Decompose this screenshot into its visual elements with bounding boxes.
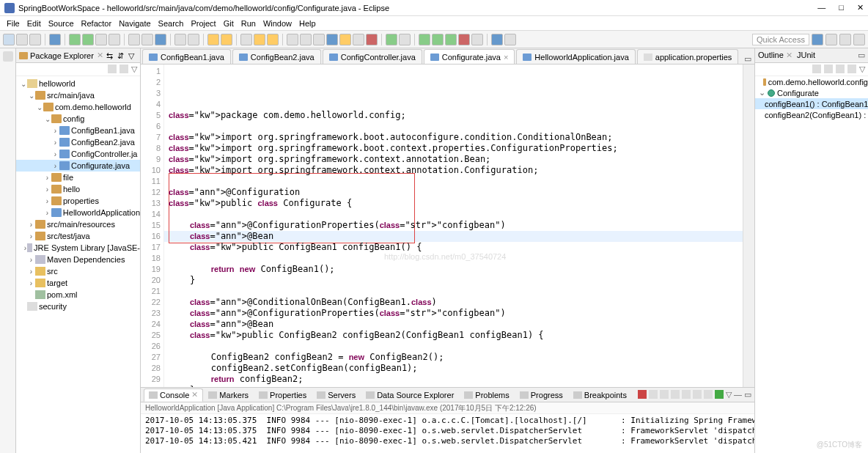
filter-icon[interactable] <box>108 65 117 73</box>
menu-help[interactable]: Help <box>295 19 320 28</box>
debug-server-button[interactable] <box>432 34 444 45</box>
tab-configbean1[interactable]: ConfigBean1.java <box>142 49 231 64</box>
tab-appproperties[interactable]: application.properties <box>637 49 739 64</box>
display-sel-icon[interactable] <box>704 390 713 399</box>
stop-server-button[interactable] <box>458 34 470 45</box>
git-merge-button[interactable] <box>366 34 378 45</box>
ext-tools-button[interactable] <box>108 34 120 45</box>
tree-src-main-res[interactable]: ›src/main/resources <box>16 218 140 230</box>
tree-file-cb2[interactable]: ›ConfigBean2.java <box>16 136 140 148</box>
collapse-all-icon[interactable]: ⇆ <box>106 51 115 60</box>
outline-menu-icon[interactable]: ▽ <box>859 65 865 74</box>
scroll-lock-icon[interactable] <box>682 390 691 399</box>
code-body[interactable]: class="kw">package com.demo.helloworld.c… <box>164 65 743 387</box>
min-bottom-icon[interactable]: — <box>734 390 742 399</box>
junit-tab[interactable]: JUnit <box>797 51 815 59</box>
git-push-button[interactable] <box>287 34 298 45</box>
menu-file[interactable]: File <box>3 19 23 28</box>
run-button[interactable] <box>82 34 94 45</box>
remove-all-icon[interactable] <box>660 390 669 399</box>
last-edit-button[interactable] <box>240 34 252 45</box>
quick-access-input[interactable]: Quick Access <box>752 34 809 45</box>
run-last-button[interactable] <box>386 34 397 45</box>
maximize-editor-icon[interactable]: ▭ <box>744 54 751 64</box>
tab-close-icon[interactable]: × <box>504 53 508 62</box>
project-tree[interactable]: ⌄helloworld ⌄src/main/java ⌄com.demo.hel… <box>16 76 140 453</box>
btab-problems[interactable]: Problems <box>459 388 514 402</box>
outline-pkg[interactable]: com.demo.helloworld.config <box>755 76 868 87</box>
outline-min-icon[interactable]: ▭ <box>858 51 865 60</box>
coverage-button[interactable] <box>95 34 107 45</box>
perspective-debug-button[interactable] <box>839 34 851 45</box>
profile-server-button[interactable] <box>445 34 457 45</box>
open-console-icon[interactable] <box>715 390 724 399</box>
btab-progress[interactable]: Progress <box>515 388 568 402</box>
tree-pkg-root[interactable]: ⌄com.demo.helloworld <box>16 101 140 113</box>
outline-tree[interactable]: com.demo.helloworld.config ⌄Configurate … <box>755 76 868 120</box>
tree-file-cfg[interactable]: ›Configurate.java <box>16 160 140 172</box>
tree-file-cc[interactable]: ›ConfigController.ja <box>16 148 140 160</box>
menu-search[interactable]: Search <box>155 19 188 28</box>
git-rebase-button[interactable] <box>353 34 364 45</box>
git-stash-button[interactable] <box>326 34 338 45</box>
toggle-mark-button[interactable] <box>188 34 199 45</box>
perspective-git-button[interactable] <box>853 34 865 45</box>
tree-src-main-java[interactable]: ⌄src/main/java <box>16 89 140 101</box>
terminate-icon[interactable] <box>638 390 647 399</box>
git-commit-button[interactable] <box>313 34 325 45</box>
tree-src[interactable]: ›src <box>16 265 140 277</box>
btab-breakpoints[interactable]: Breakpoints <box>568 388 632 402</box>
view-close-icon[interactable]: ⨯ <box>97 51 103 60</box>
btab-servers[interactable]: Servers <box>312 388 361 402</box>
max-bottom-icon[interactable]: ▭ <box>744 390 751 399</box>
pin-console-icon[interactable] <box>693 390 702 399</box>
tree-pkg-file[interactable]: ›file <box>16 172 140 183</box>
tree-project[interactable]: ⌄helloworld <box>16 78 140 89</box>
tree-pkg-hello[interactable]: ›hello <box>16 183 140 195</box>
editor-scrollbar[interactable] <box>743 65 754 387</box>
perspective-javaee-button[interactable] <box>825 34 837 45</box>
new-java-button[interactable] <box>128 34 140 45</box>
btab-dse[interactable]: Data Source Explorer <box>361 388 459 402</box>
focus-icon[interactable] <box>119 65 128 73</box>
tree-file-happ[interactable]: ›HelloworldApplication <box>16 207 140 218</box>
new-button[interactable] <box>3 34 15 45</box>
save-all-button[interactable] <box>29 34 41 45</box>
tab-helloworldapp[interactable]: HelloworldApplication.java <box>516 49 635 64</box>
tree-target[interactable]: ›target <box>16 277 140 289</box>
btab-markers[interactable]: Markers <box>203 388 254 402</box>
menu-git[interactable]: Git <box>220 19 238 28</box>
minimize-view-icon[interactable] <box>3 51 13 62</box>
back-button[interactable] <box>254 34 265 45</box>
hide-fields-icon[interactable] <box>824 65 833 73</box>
tree-pkg-config[interactable]: ⌄config <box>16 113 140 125</box>
menu-navigate[interactable]: Navigate <box>115 19 154 28</box>
hide-nonpublic-icon[interactable] <box>847 65 856 73</box>
menu-edit[interactable]: Edit <box>23 19 45 28</box>
tree-src-test[interactable]: ›src/test/java <box>16 230 140 242</box>
tree-maven[interactable]: ›Maven Dependencies <box>16 254 140 265</box>
tab-configurate[interactable]: Configurate.java× <box>424 49 515 64</box>
remove-launch-icon[interactable] <box>649 390 658 399</box>
deploy-button[interactable] <box>504 34 516 45</box>
sort-icon[interactable] <box>812 65 821 73</box>
search-button[interactable] <box>174 34 186 45</box>
debug-button[interactable] <box>69 34 81 45</box>
start-server-button[interactable] <box>419 34 430 45</box>
open-type-button[interactable] <box>155 34 166 45</box>
tree-menu-icon[interactable]: ▽ <box>131 65 137 74</box>
tree-pkg-properties[interactable]: ›properties <box>16 195 140 207</box>
publish-button[interactable] <box>471 34 483 45</box>
minimize-button[interactable]: — <box>817 3 825 12</box>
skip-bp-button[interactable] <box>399 34 411 45</box>
annotation-prev-button[interactable] <box>207 34 219 45</box>
tree-file-cb1[interactable]: ›ConfigBean1.java <box>16 125 140 136</box>
code-editor[interactable]: 1234567891011121314151617181920212223242… <box>141 65 754 387</box>
switch-editor-button[interactable] <box>49 34 61 45</box>
annotation-next-button[interactable] <box>221 34 232 45</box>
menu-source[interactable]: Source <box>45 19 78 28</box>
outline-class[interactable]: ⌄Configurate <box>755 87 868 98</box>
git-pull-button[interactable] <box>300 34 312 45</box>
menu-project[interactable]: Project <box>187 19 219 28</box>
outline-method2[interactable]: configBean2(ConfigBean1) : C <box>755 109 868 120</box>
